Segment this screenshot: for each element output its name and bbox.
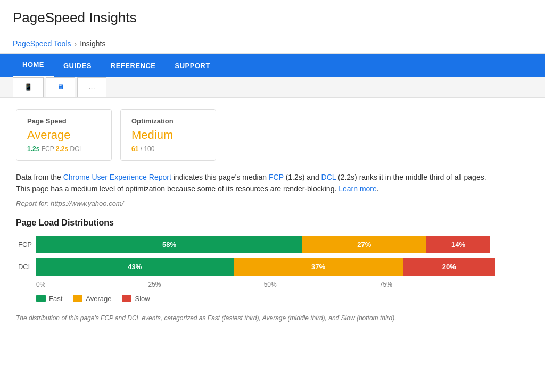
chart-label-fcp: FCP — [16, 240, 32, 248]
optimization-card: Optimization Medium 61 / 100 — [120, 109, 216, 161]
legend-avg-color — [73, 295, 82, 302]
tab-other[interactable]: … — [77, 77, 106, 97]
learn-more-link[interactable]: Learn more — [338, 185, 377, 193]
chart-row-fcp: FCP 58% 27% 14% — [16, 236, 495, 253]
optimization-value: Medium — [131, 128, 205, 142]
legend-slow-label: Slow — [135, 295, 150, 303]
legend-avg: Average — [73, 295, 111, 303]
chart-area: FCP 58% 27% 14% DCL 43% 37% 20% 0% 25% 5… — [16, 236, 495, 303]
x-axis-inner: 0% 25% 50% 75% — [36, 281, 495, 288]
report-for: Report for: https://www.yahoo.com/ — [16, 199, 495, 207]
optimization-meta: 61 / 100 — [131, 145, 205, 153]
fcp-value: 1.2s — [27, 145, 39, 153]
dcl-value: 2.2s — [56, 145, 68, 153]
nav-support[interactable]: SUPPORT — [166, 54, 220, 77]
fcp-bar-avg: 27% — [302, 236, 426, 253]
chart-row-dcl: DCL 43% 37% 20% — [16, 258, 495, 276]
optimization-total-val: 100 — [144, 145, 154, 153]
legend-fast-label: Fast — [49, 295, 62, 303]
chart-bar-dcl: 43% 37% 20% — [36, 258, 495, 276]
tab-mobile[interactable]: 📱 — [13, 77, 44, 97]
legend-fast-color — [36, 295, 46, 302]
page-speed-card: Page Speed Average 1.2s FCP 2.2s DCL — [16, 109, 112, 161]
dcl-bar-slow: 20% — [403, 258, 495, 276]
breadcrumb-parent-link[interactable]: PageSpeed Tools — [13, 39, 71, 48]
tab-desktop[interactable]: 🖥 — [46, 77, 75, 97]
dcl-bar-fast: 43% — [36, 258, 234, 276]
breadcrumb: PageSpeed Tools › Insights — [0, 34, 545, 54]
x-tick-0: 0% — [36, 281, 45, 288]
chart-label-dcl: DCL — [16, 263, 32, 271]
nav-guides[interactable]: GUIDES — [54, 54, 101, 77]
x-tick-75: 75% — [379, 281, 392, 288]
nav-reference[interactable]: REFERENCE — [101, 54, 166, 77]
breadcrumb-current: Insights — [80, 39, 105, 48]
top-header: PageSpeed Insights — [0, 0, 545, 34]
main-content: Page Speed Average 1.2s FCP 2.2s DCL Opt… — [0, 98, 511, 333]
breadcrumb-separator: › — [75, 39, 77, 48]
nav-home[interactable]: HOME — [13, 54, 54, 77]
dcl-bar-avg: 37% — [234, 258, 403, 276]
page-speed-title: Page Speed — [27, 117, 101, 125]
distributions-title: Page Load Distributions — [16, 218, 495, 228]
x-tick-25: 25% — [148, 281, 161, 288]
fcp-bar-fast: 58% — [36, 236, 302, 253]
optimization-score: 61 — [131, 145, 138, 153]
score-cards: Page Speed Average 1.2s FCP 2.2s DCL Opt… — [16, 109, 495, 161]
legend-avg-label: Average — [86, 295, 111, 303]
legend-slow-color — [122, 295, 131, 302]
chart-bar-fcp: 58% 27% 14% — [36, 236, 495, 253]
page-title: PageSpeed Insights — [13, 10, 532, 26]
optimization-title: Optimization — [131, 117, 205, 125]
footnote: The distribution of this page's FCP and … — [16, 313, 474, 323]
chrome-uer-link[interactable]: Chrome User Experience Report — [63, 173, 171, 181]
dcl-label: DCL — [70, 145, 83, 153]
tab-strip: 📱 🖥 … — [0, 77, 545, 98]
fcp-label: FCP — [42, 145, 54, 153]
page-speed-value: Average — [27, 128, 101, 142]
chart-legend: Fast Average Slow — [36, 295, 495, 303]
fcp-bar-slow: 14% — [426, 236, 491, 253]
x-axis: 0% 25% 50% 75% — [36, 281, 495, 288]
page-speed-meta: 1.2s FCP 2.2s DCL — [27, 145, 101, 153]
legend-fast: Fast — [36, 295, 62, 303]
description: Data from the Chrome User Experience Rep… — [16, 171, 495, 195]
fcp-link[interactable]: FCP — [269, 173, 284, 181]
x-tick-50: 50% — [264, 281, 277, 288]
dcl-link[interactable]: DCL — [321, 173, 336, 181]
legend-slow: Slow — [122, 295, 150, 303]
nav-bar: HOME GUIDES REFERENCE SUPPORT — [0, 54, 545, 77]
